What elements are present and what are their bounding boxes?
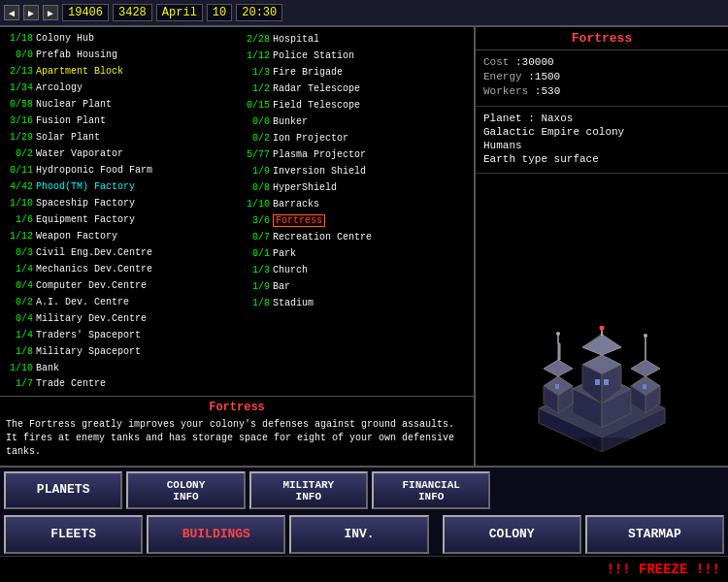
building-item[interactable]: 1/12Weapon Factory	[4, 228, 233, 243]
building-count: 0/8	[243, 182, 270, 193]
building-item[interactable]: 0/1Park	[241, 245, 470, 261]
building-count: 1/10	[243, 199, 270, 210]
building-item[interactable]: 1/12Police Station	[241, 48, 470, 63]
building-item[interactable]: 1/2Radar Telescope	[241, 81, 470, 96]
building-item[interactable]: 1/9Bar	[241, 278, 470, 294]
building-item[interactable]: 1/4Mechanics Dev.Centre	[4, 261, 233, 276]
building-name: Bank	[36, 363, 59, 373]
building-count: 1/6	[6, 214, 33, 225]
building-item[interactable]: 0/4Computer Dev.Centre	[4, 277, 233, 293]
svg-rect-29	[555, 384, 559, 389]
building-count: 1/18	[6, 33, 33, 44]
status-val-2: 3428	[113, 4, 152, 21]
building-count: 1/3	[243, 265, 270, 275]
building-name: Equipment Factory	[36, 214, 135, 225]
svg-marker-9	[544, 360, 573, 376]
energy-line: Energy :1500	[483, 71, 720, 82]
building-count: 0/0	[6, 49, 33, 60]
svg-marker-10	[558, 343, 560, 360]
building-name: Field Telescope	[273, 100, 360, 111]
building-item[interactable]: 1/6Equipment Factory	[4, 211, 233, 227]
building-item[interactable]: 1/8Stadium	[241, 295, 470, 310]
building-item[interactable]: 1/10Spaceship Factory	[4, 196, 233, 211]
energy-label: Energy	[483, 71, 522, 82]
building-item[interactable]: 1/3Fire Brigade	[241, 64, 470, 80]
building-count: 0/4	[6, 313, 33, 324]
building-name: Fortress	[273, 214, 325, 227]
building-item[interactable]: 0/4Military Dev.Centre	[4, 310, 233, 326]
inv-button[interactable]: INV.	[289, 515, 428, 553]
building-count: 0/58	[6, 99, 33, 110]
building-name: Military Dev.Centre	[36, 313, 147, 324]
building-item[interactable]: 0/0Prefab Housing	[4, 48, 233, 63]
building-name: Park	[273, 248, 296, 259]
main-area: 1/18Colony Hub0/0Prefab Housing2/13Apart…	[0, 27, 728, 466]
building-name: Trade Centre	[36, 378, 106, 389]
energy-value: :1500	[528, 71, 560, 82]
planet-value: : Naxos	[528, 113, 573, 124]
building-item[interactable]: 1/10Bank	[4, 360, 233, 375]
military-info-button[interactable]: MILITARY INFO	[249, 471, 368, 509]
building-count: 2/28	[243, 34, 270, 45]
building-count: 1/12	[6, 231, 33, 242]
financial-info-button[interactable]: FINANCIAL INFO	[372, 471, 490, 509]
colony-type-line: Galactic Empire colony	[483, 126, 720, 138]
building-name: Phood(TM) Factory	[36, 181, 135, 192]
building-item[interactable]: 1/29Solar Plant	[4, 130, 233, 146]
building-item[interactable]: 1/10Barracks	[241, 196, 470, 211]
arrow-btn-3[interactable]: ►	[43, 5, 58, 20]
building-count: 0/1	[243, 248, 270, 259]
building-count: 0/2	[6, 148, 33, 159]
planets-button[interactable]: PLANETS	[4, 471, 122, 509]
colony-info-button[interactable]: COLONY INFO	[126, 471, 245, 509]
building-name: Bunker	[273, 116, 308, 127]
cost-label: Cost	[483, 56, 509, 68]
building-item[interactable]: 0/7Recreation Centre	[241, 229, 470, 244]
building-item[interactable]: 0/8HyperShield	[241, 179, 470, 195]
building-item[interactable]: 2/28Hospital	[241, 31, 470, 47]
building-item[interactable]: 1/4Traders' Spaceport	[4, 327, 233, 342]
planet-line: Planet : Naxos	[483, 113, 720, 124]
building-item[interactable]: 1/34Arcology	[4, 81, 233, 96]
building-count: 1/10	[6, 363, 33, 373]
building-count: 1/12	[243, 50, 270, 61]
building-item[interactable]: 1/3Church	[241, 262, 470, 277]
building-name: Weapon Factory	[36, 231, 117, 242]
building-item[interactable]: 2/13Apartment Block	[4, 64, 233, 80]
building-name: Apartment Block	[36, 66, 123, 77]
freeze-bar: !!! FREEZE !!!	[0, 556, 728, 583]
fleets-button[interactable]: FLEETS	[4, 515, 143, 553]
arrow-btn-1[interactable]: ◄	[4, 5, 19, 20]
building-name: Plasma Projector	[273, 149, 366, 160]
building-item[interactable]: 0/15Field Telescope	[241, 97, 470, 113]
buildings-button[interactable]: BUILDINGS	[147, 515, 285, 553]
building-item[interactable]: 0/11Hydroponic Food Farm	[4, 163, 233, 178]
building-item[interactable]: 0/3Civil Eng.Dev.Centre	[4, 244, 233, 260]
building-item[interactable]: 1/8Military Spaceport	[4, 343, 233, 359]
svg-point-12	[556, 332, 560, 336]
svg-marker-22	[582, 336, 621, 355]
building-item[interactable]: 3/16Fusion Plant	[4, 113, 233, 129]
svg-rect-30	[643, 384, 646, 389]
building-item[interactable]: 0/2Ion Projector	[241, 130, 470, 146]
arrow-btn-2[interactable]: ►	[23, 5, 39, 20]
building-item[interactable]: 0/0Bunker	[241, 113, 470, 129]
building-item[interactable]: 1/7Trade Centre	[4, 376, 233, 392]
building-item[interactable]: 3/6Fortress	[241, 212, 470, 228]
starmap-button[interactable]: STARMAP	[585, 515, 724, 553]
building-item[interactable]: 0/58Nuclear Plant	[4, 97, 233, 113]
building-item[interactable]: 1/18Colony Hub	[4, 31, 233, 47]
building-count: 1/3	[243, 67, 270, 78]
building-count: 1/2	[243, 83, 270, 94]
building-name: Traders' Spaceport	[36, 330, 141, 340]
building-item[interactable]: 5/77Plasma Projector	[241, 146, 470, 162]
building-item[interactable]: 0/2Water Vaporator	[4, 146, 233, 162]
building-name: Ion Projector	[273, 133, 348, 144]
building-name: Mechanics Dev.Centre	[36, 264, 152, 275]
building-item[interactable]: 0/2A.I. Dev. Centre	[4, 294, 233, 309]
building-item[interactable]: 1/9Inversion Shield	[241, 163, 470, 178]
building-count: 5/77	[243, 149, 270, 160]
building-item[interactable]: 4/42Phood(TM) Factory	[4, 179, 233, 195]
colony-button[interactable]: COLONY	[443, 515, 581, 553]
bottom-nav: PLANETS COLONY INFO MILITARY INFO FINANC…	[0, 466, 728, 582]
